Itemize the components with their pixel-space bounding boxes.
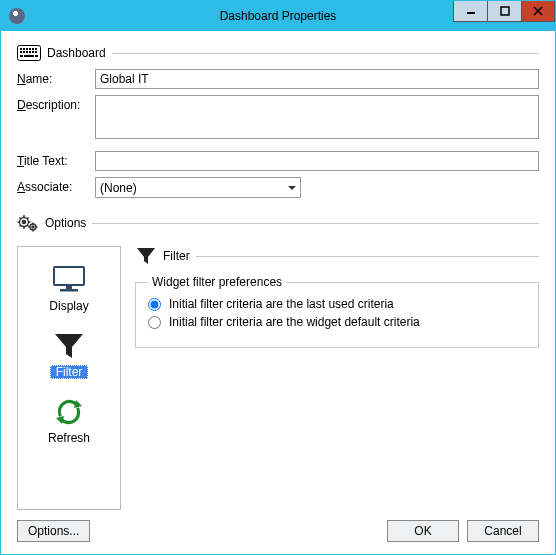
name-label: Name: bbox=[17, 69, 95, 86]
gears-icon bbox=[17, 214, 39, 232]
name-row: Name: bbox=[17, 69, 539, 89]
funnel-icon bbox=[135, 246, 157, 266]
svg-rect-17 bbox=[20, 55, 23, 57]
chevron-down-icon bbox=[288, 186, 296, 190]
filter-header: Filter bbox=[135, 246, 539, 266]
window-controls bbox=[453, 1, 555, 22]
nav-item-label: Display bbox=[43, 299, 94, 313]
fieldset-legend: Widget filter preferences bbox=[148, 275, 286, 289]
divider bbox=[112, 53, 539, 54]
svg-rect-9 bbox=[32, 48, 34, 50]
titletext-input[interactable] bbox=[95, 151, 539, 171]
svg-point-31 bbox=[32, 226, 34, 228]
associate-value: (None) bbox=[100, 181, 137, 195]
keyboard-icon bbox=[17, 45, 41, 61]
options-group-header: Options bbox=[17, 214, 539, 232]
description-row: Description: bbox=[17, 95, 539, 139]
radio-label: Initial filter criteria are the last use… bbox=[169, 297, 394, 311]
description-input[interactable] bbox=[95, 95, 539, 139]
svg-rect-14 bbox=[29, 51, 31, 53]
divider bbox=[196, 256, 539, 257]
radio-row-default[interactable]: Initial filter criteria are the widget d… bbox=[148, 315, 526, 329]
dashboard-group-header: Dashboard bbox=[17, 45, 539, 61]
svg-rect-7 bbox=[26, 48, 28, 50]
close-button[interactable] bbox=[521, 1, 555, 22]
svg-rect-15 bbox=[32, 51, 34, 53]
minimize-button[interactable] bbox=[453, 1, 487, 22]
cancel-button[interactable]: Cancel bbox=[467, 520, 539, 542]
radio-row-last-used[interactable]: Initial filter criteria are the last use… bbox=[148, 297, 526, 311]
svg-rect-16 bbox=[35, 51, 37, 53]
dialog-window: Dashboard Properties bbox=[0, 0, 556, 555]
nav-item-display[interactable]: Display bbox=[27, 259, 111, 315]
svg-rect-12 bbox=[23, 51, 25, 53]
funnel-icon bbox=[46, 329, 92, 363]
svg-line-29 bbox=[27, 218, 29, 220]
titletext-label: Title Text: bbox=[17, 151, 95, 168]
radio-default[interactable] bbox=[148, 316, 161, 329]
dashboard-group-label: Dashboard bbox=[47, 46, 106, 60]
svg-rect-18 bbox=[24, 55, 34, 57]
svg-rect-36 bbox=[54, 267, 84, 285]
description-label: Description: bbox=[17, 95, 95, 112]
monitor-icon bbox=[46, 263, 92, 297]
nav-item-refresh[interactable]: Refresh bbox=[27, 391, 111, 447]
titlebar: Dashboard Properties bbox=[1, 1, 555, 31]
radio-last-used[interactable] bbox=[148, 298, 161, 311]
radio-label: Initial filter criteria are the widget d… bbox=[169, 315, 420, 329]
nav-item-label: Refresh bbox=[42, 431, 96, 445]
svg-rect-13 bbox=[26, 51, 28, 53]
svg-rect-11 bbox=[20, 51, 22, 53]
svg-line-28 bbox=[20, 225, 22, 227]
associate-combo[interactable]: (None) bbox=[95, 177, 301, 198]
dialog-footer: Options... OK Cancel bbox=[17, 510, 539, 542]
window-title: Dashboard Properties bbox=[220, 9, 337, 23]
svg-rect-1 bbox=[501, 7, 509, 15]
svg-rect-5 bbox=[20, 48, 22, 50]
svg-rect-37 bbox=[66, 285, 72, 289]
titletext-row: Title Text: bbox=[17, 151, 539, 171]
svg-rect-38 bbox=[60, 289, 78, 292]
nav-item-label: Filter bbox=[50, 365, 89, 379]
maximize-button[interactable] bbox=[487, 1, 521, 22]
svg-rect-6 bbox=[23, 48, 25, 50]
app-icon bbox=[9, 8, 25, 24]
refresh-icon bbox=[46, 395, 92, 429]
svg-point-21 bbox=[22, 220, 25, 223]
filter-pane: Filter Widget filter preferences Initial… bbox=[135, 246, 539, 510]
widget-filter-fieldset: Widget filter preferences Initial filter… bbox=[135, 282, 539, 348]
svg-line-26 bbox=[20, 218, 22, 220]
ok-button[interactable]: OK bbox=[387, 520, 459, 542]
content-area: Dashboard Name: Description: Title Text:… bbox=[1, 31, 555, 554]
svg-rect-10 bbox=[35, 48, 37, 50]
options-area: Display Filter bbox=[17, 246, 539, 510]
associate-row: Associate: (None) bbox=[17, 177, 539, 198]
svg-line-27 bbox=[27, 225, 29, 227]
filter-header-label: Filter bbox=[163, 249, 190, 263]
nav-panel: Display Filter bbox=[17, 246, 121, 510]
associate-label: Associate: bbox=[17, 177, 95, 194]
name-input[interactable] bbox=[95, 69, 539, 89]
svg-rect-19 bbox=[35, 55, 38, 57]
nav-item-filter[interactable]: Filter bbox=[27, 325, 111, 381]
svg-rect-8 bbox=[29, 48, 31, 50]
divider bbox=[92, 223, 539, 224]
options-button[interactable]: Options... bbox=[17, 520, 90, 542]
options-group-label: Options bbox=[45, 216, 86, 230]
